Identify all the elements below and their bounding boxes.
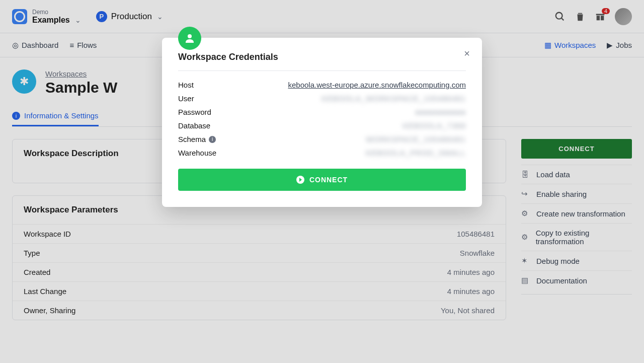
modal-connect-button[interactable]: CONNECT (178, 169, 466, 191)
cred-warehouse: WarehouseKEBOOLA_PROD_SMALL (178, 146, 466, 160)
cred-user: UserKEBOOLA_WORKSPACE_105486481 (178, 92, 466, 105)
cred-host: Hostkeboola.west-europe.azure.snowflakec… (178, 78, 466, 92)
play-icon (296, 176, 304, 184)
host-link[interactable]: keboola.west-europe.azure.snowflakecompu… (288, 81, 466, 89)
cred-password: Password●●●●●●●●●● (178, 105, 466, 119)
close-icon[interactable]: × (464, 48, 470, 59)
credentials-modal: × Workspace Credentials Hostkeboola.west… (162, 38, 482, 207)
modal-title: Workspace Credentials (178, 52, 466, 62)
info-icon[interactable]: i (209, 136, 216, 143)
user-icon (178, 27, 201, 50)
cred-schema: SchemaiWORKSPACE_105486481 (178, 132, 466, 146)
svg-point-5 (188, 34, 192, 38)
cred-database: DatabaseKEBOOLA_7368 (178, 119, 466, 132)
